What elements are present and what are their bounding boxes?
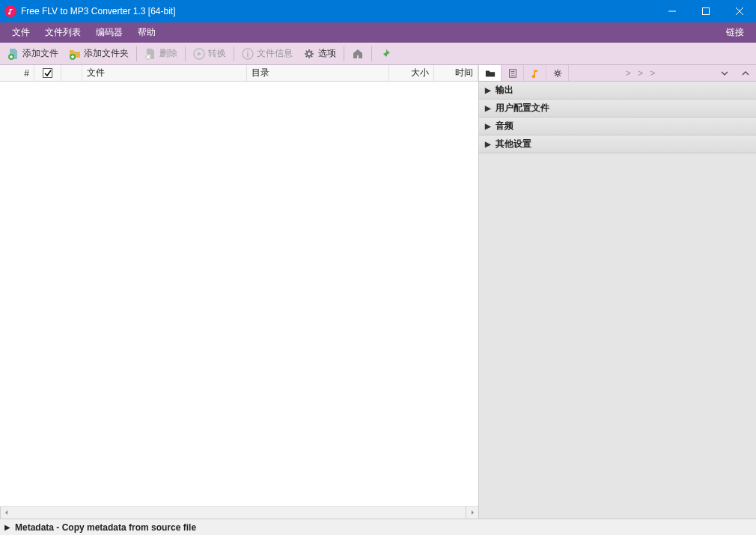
- music-note-icon: [530, 68, 540, 79]
- expand-arrow-icon: ▶: [485, 140, 491, 148]
- panel-collapse-down[interactable]: [714, 65, 735, 81]
- svg-point-6: [307, 52, 311, 56]
- scrollbar-track[interactable]: [13, 507, 466, 519]
- window-title: Free FLV to MP3 Converter 1.3 [64-bit]: [21, 6, 655, 16]
- convert-label: 转换: [208, 47, 226, 60]
- svg-point-8: [555, 71, 558, 74]
- column-time[interactable]: 时间: [434, 65, 478, 81]
- toolbar-separator: [234, 46, 234, 61]
- scrollbar-left-button[interactable]: [0, 507, 13, 519]
- content-area: # 文件 目录 大小 时间: [0, 65, 756, 519]
- column-checkbox[interactable]: [34, 65, 61, 81]
- close-button[interactable]: [722, 0, 756, 22]
- expand-arrow-icon: ▶: [485, 122, 491, 130]
- panel-expand-toggle[interactable]: > > >: [569, 65, 714, 81]
- section-label: 其他设置: [496, 138, 531, 150]
- tab-settings[interactable]: [546, 65, 569, 81]
- menu-file-list[interactable]: 文件列表: [37, 22, 88, 43]
- gear-icon: [552, 68, 563, 79]
- add-folder-button[interactable]: 添加文件夹: [64, 45, 133, 62]
- add-folder-icon: [69, 48, 81, 60]
- chevron-up-icon: [742, 70, 749, 77]
- menubar: 文件 文件列表 编码器 帮助 链接: [0, 22, 756, 43]
- toolbar-separator: [185, 46, 186, 61]
- section-user-profile[interactable]: ▶ 用户配置文件: [479, 100, 756, 117]
- toolbar-separator: [344, 46, 344, 61]
- menu-link[interactable]: 链接: [719, 22, 752, 43]
- column-directory[interactable]: 目录: [247, 65, 389, 81]
- tab-folder[interactable]: [479, 65, 502, 81]
- titlebar: Free FLV to MP3 Converter 1.3 [64-bit]: [0, 0, 756, 22]
- add-folder-label: 添加文件夹: [84, 47, 129, 60]
- settings-tabs: > > >: [479, 65, 756, 82]
- section-label: 音频: [496, 120, 513, 132]
- column-size[interactable]: 大小: [389, 65, 434, 81]
- menu-help[interactable]: 帮助: [130, 22, 163, 43]
- file-info-label: 文件信息: [257, 47, 293, 60]
- horizontal-scrollbar[interactable]: [0, 506, 478, 519]
- section-audio[interactable]: ▶ 音频: [479, 117, 756, 135]
- tab-document[interactable]: [502, 65, 524, 81]
- toolbar: 添加文件 添加文件夹 删除 转换 文件信息 选项: [0, 43, 756, 65]
- file-list-pane: # 文件 目录 大小 时间: [0, 65, 479, 519]
- section-other[interactable]: ▶ 其他设置: [479, 135, 756, 153]
- select-all-checkbox[interactable]: [43, 68, 52, 78]
- delete-icon: [144, 48, 156, 60]
- play-icon: [193, 48, 205, 60]
- options-button[interactable]: 选项: [299, 45, 341, 62]
- convert-button[interactable]: 转换: [189, 45, 231, 62]
- expand-arrow-icon: ▶: [485, 86, 491, 94]
- pin-button[interactable]: [375, 46, 396, 62]
- tab-audio[interactable]: [524, 65, 546, 81]
- statusbar-text: Metadata - Copy metadata from source fil…: [15, 522, 196, 533]
- home-icon: [352, 48, 364, 60]
- scrollbar-right-button[interactable]: [466, 507, 478, 519]
- delete-label: 删除: [159, 47, 177, 60]
- column-index[interactable]: #: [0, 65, 34, 81]
- folder-icon: [485, 68, 496, 79]
- minimize-button[interactable]: [655, 0, 689, 22]
- settings-pane: > > > ▶ 输出 ▶ 用户配置文件 ▶ 音频 ▶ 其他设置: [479, 65, 756, 519]
- table-body[interactable]: [0, 82, 478, 506]
- info-icon: [242, 48, 254, 60]
- column-file[interactable]: 文件: [82, 65, 247, 81]
- section-label: 用户配置文件: [496, 102, 549, 114]
- statusbar: ▶ Metadata - Copy metadata from source f…: [0, 519, 756, 535]
- add-file-label: 添加文件: [22, 47, 58, 60]
- menu-file[interactable]: 文件: [4, 22, 37, 43]
- chevron-down-icon: [721, 70, 728, 77]
- app-icon: [4, 5, 16, 17]
- toolbar-separator: [136, 46, 137, 61]
- settings-accordion: ▶ 输出 ▶ 用户配置文件 ▶ 音频 ▶ 其他设置: [479, 82, 756, 519]
- maximize-button[interactable]: [689, 0, 722, 22]
- expand-arrow-icon: ▶: [485, 104, 491, 112]
- add-file-icon: [7, 48, 19, 60]
- panel-collapse-up[interactable]: [735, 65, 756, 81]
- toolbar-separator: [371, 46, 372, 61]
- statusbar-arrow-icon[interactable]: ▶: [4, 523, 10, 531]
- delete-button[interactable]: 删除: [140, 45, 182, 62]
- section-label: 输出: [496, 84, 513, 97]
- options-label: 选项: [318, 47, 336, 60]
- svg-rect-0: [702, 8, 709, 15]
- pin-icon: [379, 48, 391, 60]
- section-output[interactable]: ▶ 输出: [479, 82, 756, 100]
- column-status[interactable]: [61, 65, 82, 81]
- document-icon: [507, 68, 518, 79]
- gear-icon: [303, 48, 315, 60]
- table-header: # 文件 目录 大小 时间: [0, 65, 478, 82]
- home-button[interactable]: [347, 46, 368, 62]
- window-controls: [655, 0, 756, 22]
- add-file-button[interactable]: 添加文件: [3, 45, 63, 62]
- menu-encoder[interactable]: 编码器: [88, 22, 130, 43]
- file-info-button[interactable]: 文件信息: [237, 45, 297, 62]
